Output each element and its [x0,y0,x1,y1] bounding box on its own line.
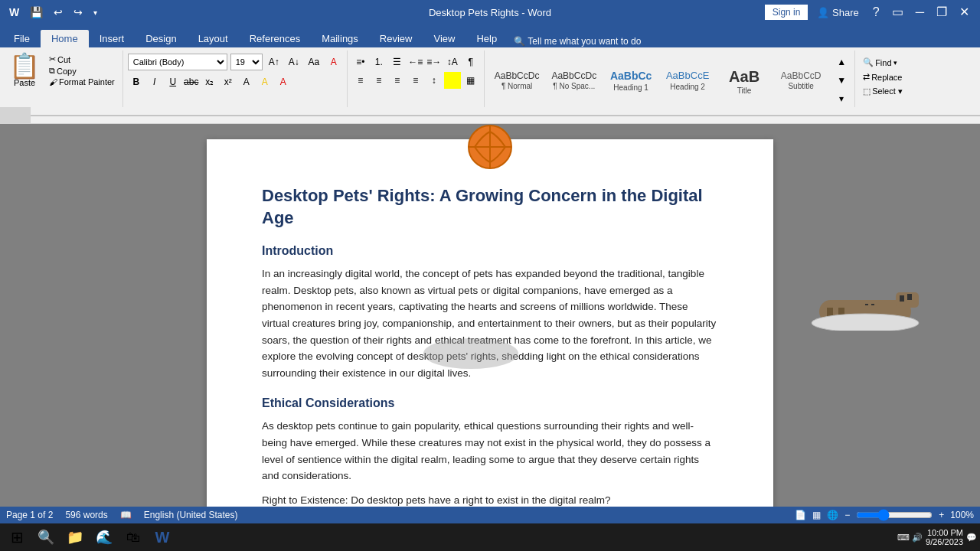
read-mode-icon[interactable]: 📄 [795,510,806,520]
page-info: Page 1 of 2 [6,510,53,520]
file-explorer-button[interactable]: 📁 [61,523,89,551]
align-right-button[interactable]: ≡ [389,72,406,89]
italic-button[interactable]: I [146,73,163,90]
decrease-indent-button[interactable]: ←≡ [407,54,424,70]
zoom-level: 100% [950,510,974,520]
change-case-button[interactable]: Aa [305,54,322,70]
style-normal-label: ¶ Normal [501,82,532,90]
format-painter-icon: 🖌 [49,77,57,86]
svg-rect-10 [907,294,912,300]
style-subtitle[interactable]: AaBbCcD Subtitle [773,68,828,93]
multilevel-list-button[interactable]: ☰ [389,54,406,70]
ribbon-display-button[interactable]: ▭ [887,0,908,24]
tab-view[interactable]: View [423,30,466,47]
cut-button[interactable]: ✂ Cut [46,54,118,65]
replace-button[interactable]: ⇄ Replace [860,71,906,83]
justify-button[interactable]: ≡ [407,72,424,89]
tab-file[interactable]: File [3,30,41,47]
zoom-in-button[interactable]: + [939,510,944,520]
borders-button[interactable]: ▦ [462,72,479,89]
svg-point-12 [423,338,518,369]
clear-format-button[interactable]: A [325,54,342,70]
font-color-button[interactable]: A [275,73,292,90]
bold-button[interactable]: B [128,73,145,90]
edge-button[interactable]: 🌊 [90,523,118,551]
decrease-font-button[interactable]: A↓ [286,54,302,70]
strikethrough-button[interactable]: abc [183,73,200,90]
document-page: Desktop Pets' Rights: A Growing Concern … [207,139,773,507]
select-icon: ⬚ [863,86,871,96]
styles-scroll-down[interactable]: ▼ [833,72,850,89]
redo-button[interactable]: ↪ [70,6,86,18]
increase-font-button[interactable]: A↑ [266,54,283,70]
restore-button[interactable]: ❐ [932,0,952,24]
zoom-slider[interactable] [856,509,933,521]
notification-icon[interactable]: 💬 [966,533,977,543]
print-layout-icon[interactable]: ▦ [812,510,821,520]
title-bar-right: Sign in 👤 Share ? ▭ ─ ❐ ✕ [765,0,974,24]
align-center-button[interactable]: ≡ [371,72,387,89]
tell-me-box[interactable]: 🔍 Tell me what you want to do [514,34,641,47]
style-title[interactable]: AaB Title [717,64,772,97]
highlight-color-button[interactable]: A [256,73,273,90]
search-button[interactable]: 🔍 [32,523,60,551]
cursor-overlay [421,337,521,371]
cut-icon: ✂ [49,54,56,64]
tab-mailings[interactable]: Mailings [311,30,369,47]
qat-dropdown-button[interactable]: ▾ [90,8,100,17]
font-size-select[interactable]: 19 [230,54,263,70]
shading-button[interactable] [444,72,461,89]
copy-button[interactable]: ⧉ Copy [46,65,118,77]
style-normal[interactable]: AaBbCcDc ¶ Normal [489,68,545,93]
tab-design[interactable]: Design [135,30,187,47]
intro-heading: Introduction [262,244,718,258]
show-formatting-button[interactable]: ¶ [462,54,479,70]
web-layout-icon[interactable]: 🌐 [827,510,838,520]
numbering-button[interactable]: 1. [371,54,387,70]
tab-insert[interactable]: Insert [89,30,136,47]
start-button[interactable]: ⊞ [3,523,31,551]
style-heading1-label: Heading 1 [613,83,648,92]
font-format-row: B I U abc x₂ x² A A A [128,73,342,90]
styles-expand[interactable]: ▾ [833,90,850,107]
tab-home[interactable]: Home [41,30,89,47]
styles-scroll-up[interactable]: ▲ [833,54,850,70]
increase-indent-button[interactable]: ≡→ [426,54,443,70]
replace-icon: ⇄ [863,72,870,82]
font-family-select[interactable]: Calibri (Body) [128,54,227,70]
underline-button[interactable]: U [165,73,181,90]
sign-in-button[interactable]: Sign in [765,5,808,20]
text-effects-button[interactable]: A [238,73,255,90]
document-area[interactable]: Desktop Pets' Rights: A Growing Concern … [0,124,980,507]
help-icon[interactable]: ? [868,0,884,24]
style-no-spacing[interactable]: AaBbCcDc ¶ No Spac... [546,68,602,93]
superscript-button[interactable]: x² [220,73,237,90]
tab-references[interactable]: References [239,30,311,47]
paste-button[interactable]: 📋 Paste [5,51,44,90]
close-button[interactable]: ✕ [955,0,974,24]
select-button[interactable]: ⬚ Select ▾ [860,86,906,97]
share-icon[interactable]: 👤 Share [817,7,858,18]
save-button[interactable]: 💾 [27,6,46,18]
find-button[interactable]: 🔍 Find ▾ [860,57,906,68]
tab-review[interactable]: Review [369,30,423,47]
format-painter-button[interactable]: 🖌 Format Painter [46,77,118,87]
style-normal-preview: AaBbCcDc [495,70,540,83]
minimize-button[interactable]: ─ [911,0,929,24]
align-left-button[interactable]: ≡ [352,72,369,89]
style-no-spacing-preview: AaBbCcDc [551,70,596,83]
proofing-icon[interactable]: 📖 [120,510,132,520]
zoom-out-button[interactable]: − [844,510,850,520]
undo-button[interactable]: ↩ [51,6,66,18]
style-heading1[interactable]: AaBbCc Heading 1 [603,67,658,93]
bullets-button[interactable]: ≡• [352,54,369,70]
tab-help[interactable]: Help [466,30,508,47]
sort-button[interactable]: ↕A [444,54,461,70]
style-heading2[interactable]: AaBbCcE Heading 2 [660,67,715,93]
style-heading1-preview: AaBbCc [610,69,652,83]
store-button[interactable]: 🛍 [119,523,147,551]
word-taskbar-button[interactable]: W [149,523,176,551]
subscript-button[interactable]: x₂ [201,73,218,90]
tab-layout[interactable]: Layout [188,30,239,47]
line-spacing-button[interactable]: ↕ [426,72,443,89]
